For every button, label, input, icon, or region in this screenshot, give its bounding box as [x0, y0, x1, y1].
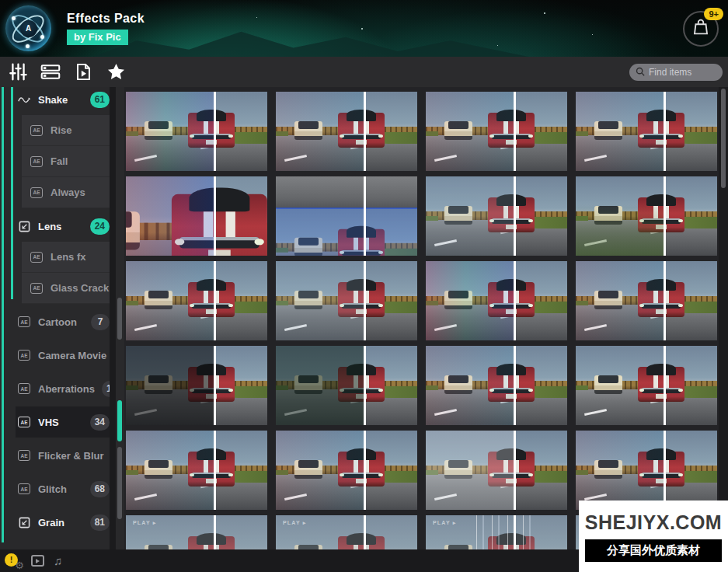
- compare-split-line: [214, 431, 216, 510]
- effect-thumbnail[interactable]: PLAY ▸: [126, 431, 267, 510]
- effect-thumbnail[interactable]: PLAY ▸: [126, 515, 267, 549]
- main-toolbar: [0, 57, 728, 87]
- cart-button[interactable]: 9+: [683, 11, 719, 47]
- ae-project-icon: AE: [17, 450, 31, 461]
- effect-thumbnail[interactable]: PLAY ▸: [576, 261, 717, 340]
- sidebar-item-aberrations[interactable]: AE Aberrations 12: [16, 373, 110, 404]
- atom-electron: [26, 44, 30, 48]
- content-scrollbar-thumb[interactable]: [721, 89, 726, 188]
- sidebar-item-label: Grain: [38, 517, 64, 528]
- sidebar-item-camera-movie[interactable]: AE Camera Movie: [16, 340, 110, 371]
- compare-split-line: [514, 346, 516, 425]
- app-logo-icon[interactable]: A: [5, 5, 51, 51]
- comp-icon: [17, 221, 31, 232]
- effect-thumbnail[interactable]: PLAY ▸: [126, 346, 267, 425]
- sidebar-item-label: Camera Movie: [38, 350, 106, 361]
- preview-player-icon[interactable]: [31, 555, 44, 567]
- effect-thumbnail[interactable]: PLAY ▸: [126, 176, 267, 256]
- effect-thumbnail[interactable]: PLAY ▸: [576, 176, 717, 256]
- sidebar-item-lens-fx[interactable]: AE Lens fx: [22, 242, 110, 273]
- effect-overlay: [426, 346, 514, 425]
- effect-thumbnail[interactable]: PLAY ▸: [276, 176, 417, 256]
- sidebar-item-rise[interactable]: AE Rise: [22, 115, 110, 146]
- effect-thumbnail[interactable]: PLAY ▸: [276, 346, 417, 425]
- ae-project-icon: AE: [30, 187, 44, 198]
- watermark-slogan: 分享国外优质素材: [585, 539, 722, 562]
- compare-split-line: [514, 176, 516, 256]
- sidebar-item-lens[interactable]: Lens 24: [16, 211, 110, 242]
- effect-thumbnail[interactable]: PLAY ▸: [426, 431, 567, 510]
- sidebar-scrollbar-segment[interactable]: [117, 298, 122, 340]
- sidebar-item-vhs[interactable]: AE VHS 34: [16, 406, 110, 438]
- effect-thumbnail[interactable]: PLAY ▸: [126, 92, 267, 171]
- search-input[interactable]: [649, 67, 728, 78]
- media-list-icon[interactable]: [40, 62, 61, 82]
- item-count-badge: 81: [90, 514, 110, 531]
- effect-thumbnail[interactable]: PLAY ▸: [576, 431, 717, 510]
- sidebar-item-shake[interactable]: Shake 61: [16, 87, 110, 115]
- effect-thumbnail[interactable]: PLAY ▸: [576, 92, 717, 171]
- sidebar-item-label: Lens: [38, 221, 61, 232]
- effect-thumbnail[interactable]: PLAY ▸: [426, 92, 567, 171]
- effect-overlay: [276, 261, 364, 340]
- compare-split-line: [664, 431, 666, 510]
- effects-pack-app: A Effects Pack by Fix Pic 9+: [0, 0, 728, 572]
- sidebar-item-flicker-blur[interactable]: AE Flicker & Blur 3: [16, 440, 110, 471]
- warning-button[interactable]: ⚙ !: [5, 553, 22, 570]
- compare-split-line: [664, 261, 666, 340]
- play-overlay-label: PLAY ▸: [133, 520, 157, 526]
- compare-split-line: [364, 261, 366, 340]
- sidebar-item-label: Shake: [38, 94, 68, 106]
- sidebar-scrollbar-thumb[interactable]: [117, 447, 122, 519]
- effect-overlay: [126, 261, 214, 340]
- sidebar-item-label: Rise: [51, 124, 71, 136]
- compare-split-line: [214, 261, 216, 340]
- ae-project-icon: AE: [30, 125, 44, 136]
- compare-split-line: [514, 431, 516, 510]
- compare-split-line: [364, 515, 366, 549]
- video-file-icon[interactable]: [73, 62, 93, 82]
- effect-overlay: [576, 261, 664, 340]
- sidebar-item-label: Glitch: [38, 483, 67, 495]
- effect-thumbnail[interactable]: PLAY ▸: [426, 346, 567, 425]
- effect-overlay: [576, 346, 664, 425]
- sidebar-item-glass-crack[interactable]: AE Glass Crack: [22, 273, 110, 304]
- ae-project-icon: AE: [17, 383, 31, 394]
- favorites-star-icon[interactable]: [106, 62, 126, 82]
- effect-thumbnail[interactable]: PLAY ▸: [126, 261, 267, 340]
- sidebar-accent-line: [2, 87, 4, 542]
- compare-split-line: [664, 92, 666, 171]
- effect-thumbnail[interactable]: PLAY ▸: [576, 346, 717, 425]
- content-scroll-track[interactable]: [719, 87, 728, 549]
- atom-electron: [40, 35, 44, 39]
- sidebar-item-label: VHS: [38, 417, 59, 428]
- sidebar-item-glitch[interactable]: AE Glitch 68: [16, 473, 110, 504]
- ae-project-icon: AE: [30, 156, 44, 167]
- compare-split-line: [364, 346, 366, 425]
- ae-project-icon: AE: [17, 350, 31, 361]
- sidebar-item-fall[interactable]: AE Fall: [22, 146, 110, 177]
- compare-split-line: [664, 346, 666, 425]
- ae-project-icon: AE: [17, 316, 31, 327]
- atom-electron: [12, 16, 16, 20]
- effect-thumbnail[interactable]: PLAY ▸: [276, 92, 417, 171]
- effect-thumbnail[interactable]: PLAY ▸: [276, 261, 417, 340]
- effect-thumbnail[interactable]: PLAY ▸: [426, 176, 567, 256]
- sidebar-item-label: Always: [51, 187, 85, 198]
- effect-thumbnail[interactable]: PLAY ▸: [276, 515, 417, 549]
- effect-thumbnail[interactable]: PLAY ▸: [426, 261, 567, 340]
- sidebar-item-always[interactable]: AE Always: [22, 177, 110, 208]
- ae-project-icon: AE: [30, 252, 44, 263]
- item-count-badge: 68: [90, 481, 110, 497]
- filter-sliders-icon[interactable]: [8, 62, 28, 82]
- music-note-icon[interactable]: ♫: [54, 554, 62, 567]
- sidebar-scroll-track: [110, 87, 116, 549]
- sidebar-item-grain[interactable]: Grain 81: [16, 507, 110, 538]
- effect-thumbnail[interactable]: PLAY ▸: [426, 515, 567, 549]
- effect-overlay: [126, 176, 214, 256]
- effect-overlay: [576, 431, 664, 510]
- effect-thumbnail[interactable]: PLAY ▸: [276, 431, 417, 510]
- compare-split-line: [364, 431, 366, 510]
- compare-split-line: [214, 176, 216, 256]
- sidebar-item-cartoon[interactable]: AE Cartoon 7: [16, 306, 110, 337]
